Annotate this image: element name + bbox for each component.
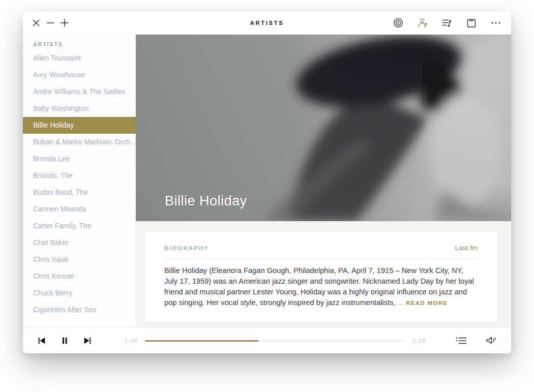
tags-button[interactable]: [464, 16, 479, 30]
close-icon: [31, 17, 42, 28]
artists-sidebar: ARTISTS Allen Toussaint Amy Winehouse An…: [23, 35, 136, 327]
queue-icon: [455, 336, 467, 345]
read-more-link[interactable]: READ MORE: [406, 300, 448, 306]
tracks-icon: [441, 17, 453, 28]
elapsed-time: 1:00: [125, 338, 137, 344]
genre-button[interactable]: [391, 16, 405, 30]
queue-button[interactable]: [454, 334, 468, 348]
add-icon: [59, 17, 70, 28]
close-button[interactable]: [29, 16, 43, 30]
artist-list-item[interactable]: Chris Kenner: [23, 268, 136, 285]
artists-button[interactable]: [416, 16, 430, 30]
artist-list-item[interactable]: Budos Band, The: [23, 184, 136, 201]
minimize-icon: [45, 17, 56, 28]
artist-list-item[interactable]: Carmen Miranda: [23, 201, 136, 218]
main-panel: Billie Holiday BIOGRAPHY Last.fm Billie …: [136, 35, 511, 327]
artist-list: Allen Toussaint Amy Winehouse Andre Will…: [23, 50, 136, 318]
biography-label: BIOGRAPHY: [164, 245, 209, 251]
remaining-time: 2:18: [413, 338, 426, 344]
skip-forward-icon: [83, 336, 92, 345]
tags-icon: [466, 17, 477, 28]
genre-icon: [393, 17, 404, 28]
app-window: ARTISTS: [23, 11, 511, 353]
artist-list-item[interactable]: Bristols, The: [23, 167, 136, 184]
pause-button[interactable]: [59, 335, 70, 346]
window-controls: [23, 16, 72, 30]
pause-icon: [60, 336, 69, 345]
artist-list-item[interactable]: Andre Williams & The Sadies: [23, 83, 136, 100]
artist-list-item[interactable]: Chet Baker: [23, 234, 136, 251]
volume-button[interactable]: [484, 334, 498, 348]
page-title: ARTISTS: [250, 20, 284, 26]
titlebar: ARTISTS: [23, 11, 511, 34]
artist-list-item[interactable]: Carter Family, The: [23, 218, 136, 234]
volume-icon: [485, 336, 497, 346]
player-bar: 1:00 2:18: [23, 327, 511, 353]
biography-card: BIOGRAPHY Last.fm Billie Holiday (Eleano…: [145, 232, 497, 322]
biography-text: Billie Holiday (Eleanora Fagan Gough, Ph…: [164, 265, 478, 309]
artist-list-item[interactable]: Amy Winehouse: [23, 67, 136, 83]
previous-track-button[interactable]: [36, 335, 47, 346]
artist-hero: Billie Holiday: [136, 35, 511, 221]
artist-list-item[interactable]: Chris Isaak: [23, 251, 136, 268]
artist-name: Billie Holiday: [165, 193, 247, 209]
more-button[interactable]: [489, 16, 503, 30]
artist-list-item[interactable]: Cigarettes After Sex: [23, 301, 136, 318]
minimize-button[interactable]: [43, 16, 57, 30]
artist-list-item[interactable]: Baby Washington: [23, 100, 136, 117]
artists-icon: [417, 17, 428, 28]
player-right-controls: [454, 334, 498, 348]
seek-bar[interactable]: [145, 340, 405, 342]
transport-controls: [36, 335, 93, 346]
body-row: ARTISTS Allen Toussaint Amy Winehouse An…: [23, 34, 511, 327]
artist-list-item[interactable]: Boban & Marko Markovic Orch…: [23, 134, 136, 150]
artist-list-item[interactable]: Billie Holiday: [23, 117, 136, 134]
next-track-button[interactable]: [82, 335, 93, 346]
artist-list-item[interactable]: Brenda Lee: [23, 150, 136, 167]
sidebar-header: ARTISTS: [23, 41, 136, 47]
tracks-button[interactable]: [440, 16, 454, 30]
add-button[interactable]: [57, 16, 72, 30]
biography-source-link[interactable]: Last.fm: [455, 244, 478, 252]
biography-ellipsis: ...: [398, 298, 404, 307]
biography-header-row: BIOGRAPHY Last.fm: [164, 244, 478, 259]
artist-list-item[interactable]: Chuck Berry: [23, 285, 136, 301]
artist-list-item[interactable]: Allen Toussaint: [23, 50, 136, 67]
more-icon: [490, 17, 501, 28]
skip-back-icon: [37, 336, 46, 345]
seek-bar-fill: [145, 340, 258, 342]
content-area: BIOGRAPHY Last.fm Billie Holiday (Eleano…: [136, 221, 511, 327]
browser-tabs: [391, 16, 511, 30]
